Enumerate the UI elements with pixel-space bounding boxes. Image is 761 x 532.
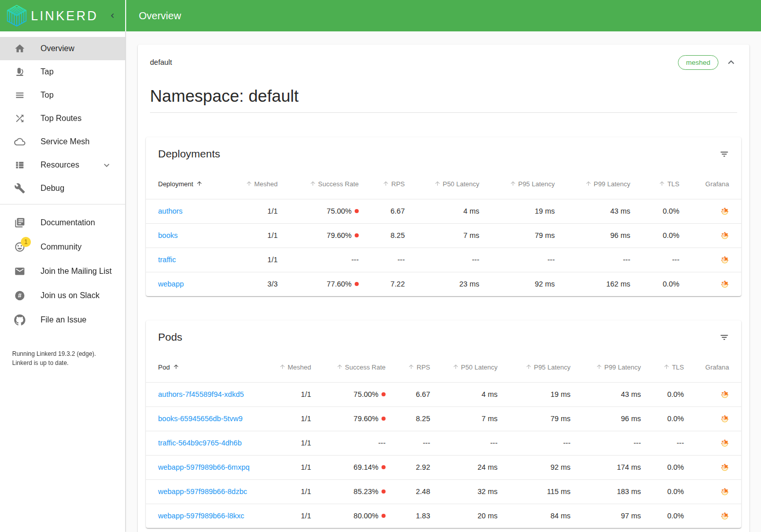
grafana-link-icon[interactable] [720,414,729,422]
chevron-down-icon[interactable] [101,160,112,171]
sidebar-item-overview[interactable]: Overview [0,37,125,60]
resource-name-cell: webapp-597f989b66-l8kxc [146,504,260,528]
sort-arrow-icon [525,363,532,372]
sidebar-item-debug[interactable]: Debug [0,177,125,200]
sidebar-item-community[interactable]: 1Community [0,235,125,259]
meshed-cell: 1/1 [260,382,311,406]
sidebar-item-label: Debug [41,184,64,193]
success-rate-cell: 79.60% [278,223,359,248]
pods-card-header: Pods [146,320,741,358]
status-dot [355,233,359,237]
appbar: Overview [125,0,761,31]
p50-cell: 20 ms [430,504,498,528]
p50-cell: 7 ms [405,223,479,248]
rps-cell: 1.83 [386,504,430,528]
column-header-tls[interactable]: TLS [641,358,684,382]
sort-arrow-icon [279,363,286,372]
column-header-p99-latency[interactable]: P99 Latency [555,175,630,199]
pods-title: Pods [158,331,719,344]
status-dot [382,514,386,518]
grafana-link-icon[interactable] [720,511,729,519]
meshed-cell: 1/1 [260,431,311,455]
p50-cell: 4 ms [405,199,479,223]
column-header-p95-latency[interactable]: P95 Latency [498,358,570,382]
grafana-cell [679,248,741,272]
meshed-cell: 1/1 [260,406,311,431]
deployments-card: DeploymentsDeploymentMeshedSuccess RateR… [146,137,741,296]
sort-arrow-icon [173,363,179,372]
column-header-p50-latency[interactable]: P50 Latency [405,175,479,199]
sidebar-collapse-icon[interactable] [108,11,117,20]
resource-name-cell: webapp [146,272,227,296]
home-icon [14,43,26,55]
sidebar-item-top[interactable]: Top [0,84,125,107]
column-header-meshed[interactable]: Meshed [260,358,311,382]
column-header-p95-latency[interactable]: P95 Latency [479,175,555,199]
column-header-meshed[interactable]: Meshed [227,175,278,199]
p95-cell: 115 ms [498,479,570,504]
sort-arrow-icon [196,180,203,188]
column-header-tls[interactable]: TLS [630,175,679,199]
grafana-link-icon[interactable] [720,207,729,215]
sidebar-item-documentation[interactable]: Documentation [0,211,125,235]
grafana-link-icon[interactable] [720,279,729,288]
success-rate-cell: 85.23% [311,479,386,504]
resource-link[interactable]: authors [158,207,182,215]
resource-link[interactable]: webapp-597f989b66-6mxpq [158,463,250,471]
resource-link[interactable]: webapp-597f989b66-8dzbc [158,487,247,496]
p95-cell: --- [498,431,570,455]
resource-link[interactable]: books [158,231,178,239]
resource-name-cell: traffic [146,248,227,272]
collapse-namespace-icon[interactable] [725,56,737,68]
p99-cell: 43 ms [555,199,630,223]
sidebar-item-file-an-issue[interactable]: File an Issue [0,308,125,332]
p50-cell: --- [430,431,498,455]
column-header-deployment[interactable]: Deployment [146,175,227,199]
grafana-cell [684,382,741,406]
sidebar-item-tap[interactable]: Tap [0,60,125,84]
resource-link[interactable]: books-65945656db-5tvw9 [158,415,243,423]
namespace-divider [150,112,737,113]
resource-link[interactable]: traffic-564b9c9765-4dh6b [158,439,242,447]
table-row: books-65945656db-5tvw91/179.60%8.257 ms7… [146,406,741,431]
p50-cell: 4 ms [430,382,498,406]
table-row: webapp-597f989b66-l8kxc1/180.00%1.8320 m… [146,504,741,528]
column-header-grafana[interactable]: Grafana [684,358,741,382]
logo-text: LINKERD [31,9,108,23]
column-header-pod[interactable]: Pod [146,358,260,382]
sidebar-item-join-the-mailing-list[interactable]: Join the Mailing List [0,259,125,283]
column-header-rps[interactable]: RPS [386,358,430,382]
sidebar-item-top-routes[interactable]: Top Routes [0,107,125,130]
column-header-success-rate[interactable]: Success Rate [278,175,359,199]
grafana-link-icon[interactable] [720,463,729,471]
success-rate-cell: --- [311,431,386,455]
grafana-cell [684,406,741,431]
sidebar-item-service-mesh[interactable]: Service Mesh [0,130,125,153]
grafana-link-icon[interactable] [720,231,729,239]
grafana-link-icon[interactable] [720,390,729,398]
column-header-grafana[interactable]: Grafana [679,175,741,199]
resource-name-cell: books [146,223,227,248]
p99-cell: --- [555,248,630,272]
resource-link[interactable]: authors-7f45589f94-xdkd5 [158,390,244,398]
column-header-success-rate[interactable]: Success Rate [311,358,386,382]
sidebar-item-label: Documentation [41,218,95,227]
grafana-link-icon[interactable] [720,438,729,446]
sort-arrow-icon [596,363,602,372]
resource-link[interactable]: webapp-597f989b66-l8kxc [158,512,244,520]
column-header-p50-latency[interactable]: P50 Latency [430,358,498,382]
status-dot [355,209,359,213]
sidebar-item-label: Community [41,242,82,252]
sidebar-item-resources[interactable]: Resources [0,153,125,177]
grafana-link-icon[interactable] [720,487,729,495]
grafana-link-icon[interactable] [720,255,729,263]
sidebar-item-label: Overview [41,44,74,53]
filter-icon[interactable] [719,333,729,342]
resource-link[interactable]: traffic [158,256,176,264]
sidebar-item-join-us-on-slack[interactable]: #Join us on Slack [0,283,125,308]
sort-arrow-icon [383,180,389,188]
column-header-rps[interactable]: RPS [359,175,405,199]
filter-icon[interactable] [719,149,729,159]
resource-link[interactable]: webapp [158,280,184,288]
column-header-p99-latency[interactable]: P99 Latency [570,358,641,382]
